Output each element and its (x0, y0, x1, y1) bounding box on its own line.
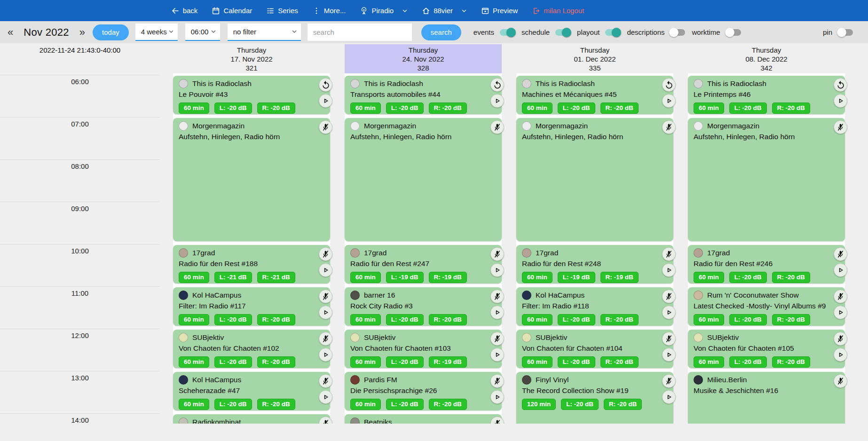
replay-button[interactable] (662, 78, 676, 92)
event-card-kol-hacampus[interactable]: Kol HaCampusFilter: Im Radio #11760 minL… (173, 287, 330, 326)
play-button[interactable] (662, 306, 676, 319)
play-button[interactable] (834, 348, 847, 362)
play-button[interactable] (490, 263, 504, 277)
mic-off-button[interactable] (319, 120, 332, 134)
event-card-17grad[interactable]: 17gradRadio für den Rest #24760 minL: -1… (345, 245, 502, 284)
nav-item-more[interactable]: More... (312, 7, 346, 15)
mic-off-button[interactable] (490, 120, 504, 134)
play-button[interactable] (319, 348, 332, 362)
play-button[interactable] (834, 306, 847, 319)
event-card-milieu-berlin[interactable]: Milieu.BerlinMusike & Jeschichten #16 (688, 372, 845, 424)
nav-item-calendar[interactable]: Calendar (212, 7, 252, 15)
mic-off-button[interactable] (490, 290, 504, 303)
replay-icon (321, 80, 331, 90)
mic-off-button[interactable] (662, 290, 676, 303)
day-header-17-nov-2022[interactable]: Thursday17. Nov 2022321 (173, 44, 330, 73)
event-card-17grad[interactable]: 17gradRadio für den Rest #24660 minL: -2… (688, 245, 845, 284)
mic-off-button[interactable] (662, 247, 676, 261)
event-card-17grad[interactable]: 17gradRadio für den Rest #24860 minL: -1… (516, 245, 673, 284)
mic-off-button[interactable] (834, 374, 847, 388)
mic-off-button[interactable] (490, 374, 504, 388)
mic-off-button[interactable] (319, 374, 332, 388)
nav-item-series[interactable]: Series (266, 7, 298, 15)
play-button[interactable] (319, 306, 332, 319)
replay-button[interactable] (834, 78, 847, 92)
day-header-24-nov-2022[interactable]: Thursday24. Nov 2022328 (345, 44, 502, 73)
play-button[interactable] (662, 390, 676, 404)
toggle-pin[interactable] (837, 28, 854, 37)
nav-item-preview[interactable]: Preview (481, 7, 518, 15)
play-button[interactable] (319, 390, 332, 404)
mic-off-button[interactable] (319, 332, 332, 346)
event-card-pardis-fm[interactable]: Pardis FMDie Persischsprachige #2660 min… (345, 372, 502, 410)
event-card-kol-hacampus[interactable]: Kol HaCampusFilter: Im Radio #11860 minL… (516, 287, 673, 326)
event-card-morgenmagazin[interactable]: MorgenmagazinAufstehn, Hinlegen, Radio h… (345, 118, 502, 241)
event-card-this-is-radioclash[interactable]: This is RadioclashLe Pouvoir #4360 minL:… (173, 76, 330, 114)
event-card-radiokombinat[interactable]: Radiokombinat (173, 414, 330, 424)
play-button[interactable] (490, 390, 504, 404)
toggle-events[interactable] (499, 28, 516, 37)
event-title-row: Milieu.Berlin (694, 375, 839, 385)
mic-off-button[interactable] (319, 247, 332, 261)
mic-off-button[interactable] (834, 120, 847, 134)
event-card-morgenmagazin[interactable]: MorgenmagazinAufstehn, Hinlegen, Radio h… (173, 118, 330, 241)
today-button[interactable]: today (93, 24, 129, 40)
event-card-morgenmagazin[interactable]: MorgenmagazinAufstehn, Hinlegen, Radio h… (516, 118, 673, 241)
nav-item-milan-logout[interactable]: milan Logout (532, 7, 584, 15)
play-button[interactable] (834, 94, 847, 108)
mic-off-button[interactable] (662, 120, 676, 134)
filter-select[interactable]: no filter (228, 24, 301, 41)
play-button[interactable] (662, 263, 676, 277)
mic-off-button[interactable] (490, 247, 504, 261)
event-card-subjektiv[interactable]: SUBjektivVon Chaoten für Chaoten #10360 … (345, 330, 502, 368)
mic-off-button[interactable] (834, 290, 847, 303)
event-card-morgenmagazin[interactable]: MorgenmagazinAufstehn, Hinlegen, Radio h… (688, 118, 845, 241)
mic-off-button[interactable] (834, 332, 847, 346)
event-card-finyl-vinyl[interactable]: Finyl VinylThe Record Collection Show #1… (516, 372, 673, 424)
toggle-worktime[interactable] (725, 28, 742, 37)
prev-month-button[interactable]: « (7, 26, 14, 39)
event-card-this-is-radioclash[interactable]: This is RadioclashLe Printemps #4660 min… (688, 76, 845, 114)
toggle-descriptions[interactable] (669, 28, 686, 37)
dropdown-chevron-88vier[interactable] (461, 8, 467, 14)
event-card-subjektiv[interactable]: SUBjektivVon Chaoten für Chaoten #10560 … (688, 330, 845, 368)
nav-item-back[interactable]: back (171, 7, 198, 15)
show-avatar (350, 121, 360, 131)
nav-item-piradio[interactable]: Piradio (360, 7, 394, 15)
range-select[interactable]: 4 weeks (135, 24, 178, 41)
replay-button[interactable] (490, 78, 504, 92)
time-select[interactable]: 06:00 (185, 24, 220, 41)
event-card-beatniks[interactable]: Beatniks (345, 414, 502, 424)
event-card-subjektiv[interactable]: SUBjektivVon Chaoten für Chaoten #10260 … (173, 330, 330, 368)
play-button[interactable] (834, 263, 847, 277)
mic-off-button[interactable] (490, 332, 504, 346)
search-input[interactable] (308, 24, 412, 41)
play-button[interactable] (662, 94, 676, 108)
event-card-rum-n-coconutwater-show[interactable]: Rum 'n' Coconutwater ShowLatest Checked … (688, 287, 845, 326)
play-button[interactable] (662, 348, 676, 362)
play-button[interactable] (319, 263, 332, 277)
event-card-barner-16[interactable]: barner 16Rock City Radio #360 minL: -20 … (345, 287, 502, 326)
mic-off-button[interactable] (662, 374, 676, 388)
day-header-08-dec-2022[interactable]: Thursday08. Dec 2022342 (688, 44, 845, 73)
event-card-subjektiv[interactable]: SUBjektivVon Chaoten für Chaoten #10460 … (516, 330, 673, 368)
next-month-button[interactable]: » (79, 26, 86, 39)
search-button[interactable]: search (421, 24, 461, 40)
dropdown-chevron-piradio[interactable] (402, 8, 408, 14)
event-card-kol-hacampus[interactable]: Kol HaCampusScheherazade #4760 minL: -20… (173, 372, 330, 410)
toggle-schedule[interactable] (554, 28, 571, 37)
play-button[interactable] (490, 94, 504, 108)
nav-item-88vier[interactable]: 88vier (422, 7, 453, 15)
mic-off-button[interactable] (319, 290, 332, 303)
play-button[interactable] (319, 94, 332, 108)
mic-off-button[interactable] (834, 247, 847, 261)
replay-button[interactable] (319, 78, 332, 92)
event-card-this-is-radioclash[interactable]: This is RadioclashMachines et Mécaniques… (516, 76, 673, 114)
play-button[interactable] (490, 306, 504, 319)
event-card-this-is-radioclash[interactable]: This is RadioclashTransports automobiles… (345, 76, 502, 114)
mic-off-button[interactable] (662, 332, 676, 346)
day-header-01-dec-2022[interactable]: Thursday01. Dec 2022335 (516, 44, 673, 73)
event-card-17grad[interactable]: 17gradRadio für den Rest #18860 minL: -2… (173, 245, 330, 284)
toggle-playout[interactable] (604, 28, 621, 37)
play-button[interactable] (490, 348, 504, 362)
